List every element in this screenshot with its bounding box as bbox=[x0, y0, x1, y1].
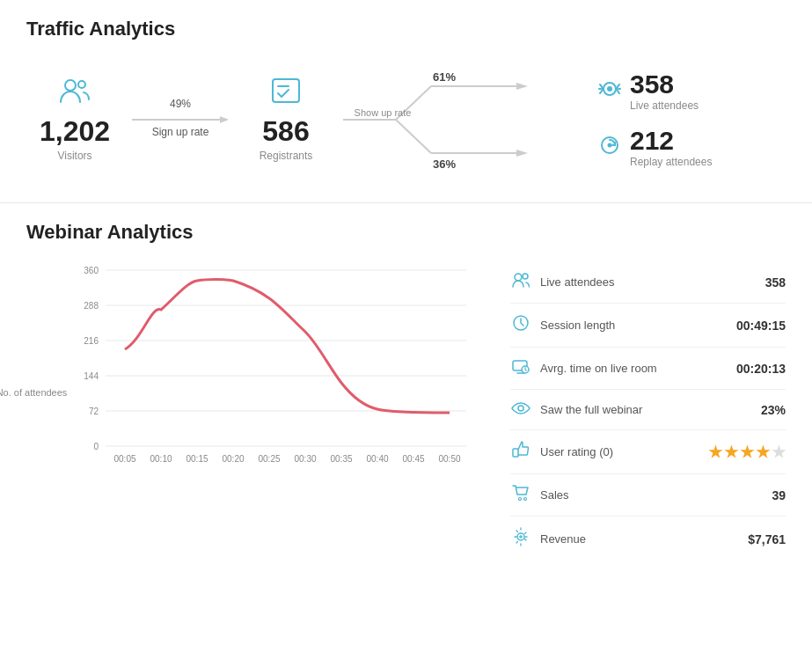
live-attendees-number: 358 bbox=[630, 71, 699, 98]
svg-marker-9 bbox=[516, 83, 528, 90]
svg-text:0: 0 bbox=[93, 442, 99, 451]
signup-rate-pct: 49% bbox=[170, 98, 191, 110]
svg-point-49 bbox=[524, 498, 527, 501]
stat-full-value: 23% bbox=[761, 403, 786, 417]
user-rating-icon bbox=[510, 441, 531, 463]
stat-rating-stars: ★ ★ ★ ★ ★ bbox=[708, 443, 786, 462]
visitors-number: 1,202 bbox=[40, 115, 110, 148]
svg-text:36%: 36% bbox=[433, 158, 456, 171]
chart-curve bbox=[125, 280, 450, 414]
stat-session-label: Session length bbox=[540, 319, 728, 332]
registrants-label: Registrants bbox=[260, 150, 313, 162]
webinar-title: Webinar Analytics bbox=[26, 221, 786, 244]
svg-text:00:20: 00:20 bbox=[222, 454, 244, 464]
chart-container: No. of attendees 360 288 216 144 72 bbox=[26, 261, 475, 561]
svg-point-1 bbox=[78, 81, 85, 88]
visitors-label: Visitors bbox=[57, 150, 91, 162]
svg-point-19 bbox=[608, 143, 612, 148]
replay-attendees-row: 212 Replay attendees bbox=[598, 128, 757, 168]
replay-attendees-label: Replay attendees bbox=[630, 156, 712, 168]
svg-text:360: 360 bbox=[84, 266, 99, 275]
revenue-icon bbox=[510, 527, 531, 551]
stat-user-rating: User rating (0) ★ ★ ★ ★ ★ bbox=[510, 430, 786, 474]
y-axis-label: No. of attendees bbox=[0, 387, 67, 398]
chart-svg: 360 288 216 144 72 0 00:05 00:10 bbox=[70, 261, 475, 521]
svg-marker-3 bbox=[220, 116, 229, 123]
visitors-block: 1,202 Visitors bbox=[26, 77, 123, 162]
svg-text:00:35: 00:35 bbox=[330, 454, 352, 464]
svg-text:00:45: 00:45 bbox=[402, 454, 424, 464]
svg-marker-12 bbox=[516, 150, 528, 157]
svg-text:00:15: 00:15 bbox=[186, 454, 208, 464]
webinar-content: No. of attendees 360 288 216 144 72 bbox=[26, 261, 786, 561]
star-1: ★ bbox=[708, 443, 722, 462]
star-4: ★ bbox=[756, 443, 770, 462]
svg-text:72: 72 bbox=[89, 407, 99, 416]
page: Traffic Analytics 1,202 Visitors 49% bbox=[0, 0, 812, 645]
star-2: ★ bbox=[724, 443, 738, 462]
stat-revenue: Revenue $7,761 bbox=[510, 517, 786, 561]
replay-attendees-info: 212 Replay attendees bbox=[630, 128, 712, 168]
live-attendees-icon bbox=[598, 78, 621, 105]
webinar-section: Webinar Analytics No. of attendees 360 2… bbox=[0, 203, 812, 579]
svg-point-47 bbox=[518, 406, 523, 411]
traffic-flow: 1,202 Visitors 49% Sign up rate bbox=[26, 58, 786, 181]
svg-point-0 bbox=[65, 80, 76, 91]
stat-sales-label: Sales bbox=[540, 488, 763, 502]
stat-full-label: Saw the full webinar bbox=[540, 403, 752, 416]
live-attendees-label: Live attendees bbox=[630, 99, 699, 112]
svg-point-43 bbox=[523, 274, 528, 279]
svg-text:00:40: 00:40 bbox=[366, 454, 388, 464]
replay-attendees-icon bbox=[598, 135, 621, 161]
svg-point-17 bbox=[607, 86, 612, 92]
stat-avg-label: Avrg. time on live room bbox=[540, 362, 728, 375]
sales-icon bbox=[510, 485, 531, 505]
registrants-number: 586 bbox=[262, 115, 309, 148]
stars-container: ★ ★ ★ ★ ★ bbox=[708, 443, 786, 462]
fork-svg: 61% 36% Show up rate bbox=[343, 67, 589, 172]
avg-time-icon bbox=[510, 358, 531, 378]
traffic-section: Traffic Analytics 1,202 Visitors 49% bbox=[0, 0, 812, 203]
stat-revenue-value: $7,761 bbox=[748, 532, 786, 546]
signup-rate-label: Sign up rate bbox=[152, 126, 209, 138]
live-attendees-stat-icon bbox=[510, 272, 531, 292]
stat-revenue-label: Revenue bbox=[540, 532, 739, 546]
svg-text:00:25: 00:25 bbox=[258, 454, 280, 464]
svg-text:Show up rate: Show up rate bbox=[355, 107, 412, 118]
stat-live-label: Live attendees bbox=[540, 275, 757, 289]
svg-point-48 bbox=[519, 498, 522, 501]
showup-fork: 61% 36% Show up rate bbox=[343, 67, 589, 172]
svg-text:00:05: 00:05 bbox=[113, 454, 135, 464]
chart-wrapper: No. of attendees 360 288 216 144 72 bbox=[26, 261, 475, 524]
svg-text:00:30: 00:30 bbox=[294, 454, 316, 464]
svg-line-10 bbox=[396, 120, 431, 153]
star-3: ★ bbox=[740, 443, 754, 462]
registrants-block: 586 Registrants bbox=[238, 77, 334, 162]
stat-live-value: 358 bbox=[765, 275, 786, 290]
visitors-icon bbox=[59, 77, 91, 110]
stat-session-value: 00:49:15 bbox=[736, 319, 786, 333]
stat-live-attendees: Live attendees 358 bbox=[510, 261, 786, 304]
live-attendees-info: 358 Live attendees bbox=[630, 71, 699, 112]
svg-point-42 bbox=[515, 274, 522, 281]
star-5: ★ bbox=[772, 443, 786, 462]
svg-text:144: 144 bbox=[84, 371, 99, 381]
attendees-block: 358 Live attendees bbox=[598, 71, 757, 168]
stats-table: Live attendees 358 Session length 00:49:… bbox=[510, 261, 786, 561]
stat-avg-value: 00:20:13 bbox=[736, 362, 786, 376]
session-length-icon bbox=[510, 314, 531, 336]
svg-text:288: 288 bbox=[84, 301, 99, 311]
svg-text:00:10: 00:10 bbox=[150, 454, 172, 464]
svg-text:00:50: 00:50 bbox=[438, 454, 460, 464]
full-webinar-icon bbox=[510, 400, 531, 419]
live-attendees-row: 358 Live attendees bbox=[598, 71, 757, 112]
stat-avg-time: Avrg. time on live room 00:20:13 bbox=[510, 348, 786, 390]
replay-attendees-number: 212 bbox=[630, 128, 712, 154]
stat-full-webinar: Saw the full webinar 23% bbox=[510, 390, 786, 430]
signup-arrow-svg bbox=[132, 114, 229, 126]
traffic-title: Traffic Analytics bbox=[26, 18, 786, 40]
registrants-icon bbox=[271, 77, 301, 110]
stat-session-length: Session length 00:49:15 bbox=[510, 304, 786, 348]
svg-rect-4 bbox=[273, 79, 299, 102]
svg-text:216: 216 bbox=[84, 336, 99, 346]
